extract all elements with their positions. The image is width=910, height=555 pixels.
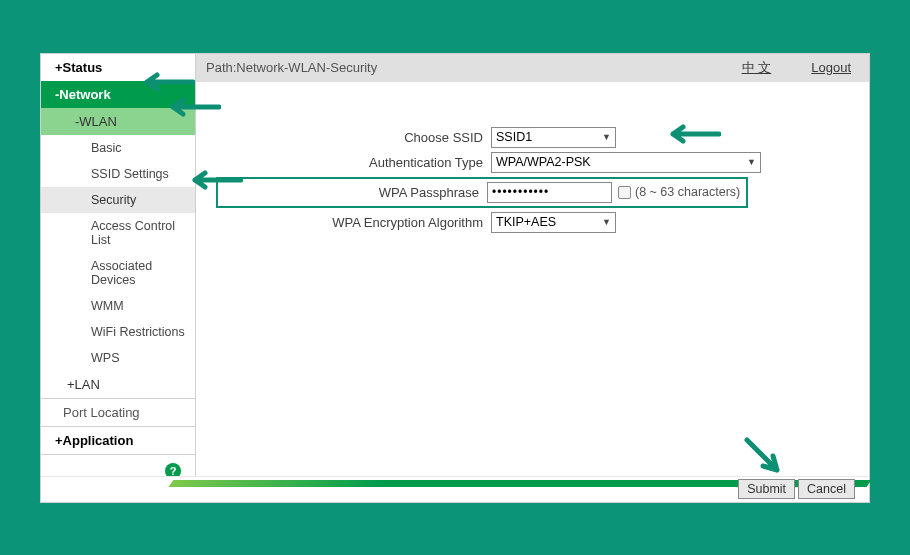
sidebar-item-application[interactable]: +Application: [41, 427, 195, 454]
submit-button[interactable]: Submit: [738, 479, 795, 499]
sidebar-item-wmm[interactable]: WMM: [41, 293, 195, 319]
breadcrumb-bar: Path:Network-WLAN-Security 中 文 Logout: [196, 54, 869, 82]
sidebar-item-lan[interactable]: +LAN: [41, 371, 195, 398]
sidebar-item-wps[interactable]: WPS: [41, 345, 195, 371]
sidebar-item-assoc-devices[interactable]: Associated Devices: [41, 253, 195, 293]
auth-type-select[interactable]: WPA/WPA2-PSK: [491, 152, 761, 173]
show-passphrase-checkbox[interactable]: [618, 186, 631, 199]
sidebar-item-status[interactable]: +Status: [41, 54, 195, 81]
sidebar-item-acl[interactable]: Access Control List: [41, 213, 195, 253]
footer-bar: Submit Cancel: [41, 476, 869, 502]
sidebar-item-network[interactable]: -Network: [41, 81, 195, 108]
ssid-label: Choose SSID: [216, 130, 491, 145]
ssid-select[interactable]: SSID1: [491, 127, 616, 148]
sidebar: +Status -Network -WLAN Basic SSID Settin…: [41, 54, 196, 476]
sidebar-item-security[interactable]: Security: [41, 187, 195, 213]
help-icon[interactable]: ?: [165, 463, 181, 476]
passphrase-input[interactable]: [487, 182, 612, 203]
content-area: Path:Network-WLAN-Security 中 文 Logout Ch…: [196, 54, 869, 476]
auth-type-label: Authentication Type: [216, 155, 491, 170]
enc-algo-label: WPA Encryption Algorithm: [216, 215, 491, 230]
logout-link[interactable]: Logout: [811, 60, 851, 75]
security-form: Choose SSID SSID1 Authentication Type WP…: [196, 82, 869, 257]
language-link[interactable]: 中 文: [742, 59, 772, 77]
sidebar-item-port-locating[interactable]: Port Locating: [41, 399, 195, 426]
sidebar-item-wifi-restrictions[interactable]: WiFi Restrictions: [41, 319, 195, 345]
sidebar-item-basic[interactable]: Basic: [41, 135, 195, 161]
sidebar-item-wlan[interactable]: -WLAN: [41, 108, 195, 135]
breadcrumb-path: Path:Network-WLAN-Security: [206, 60, 702, 75]
enc-algo-select[interactable]: TKIP+AES: [491, 212, 616, 233]
cancel-button[interactable]: Cancel: [798, 479, 855, 499]
sidebar-item-ssid-settings[interactable]: SSID Settings: [41, 161, 195, 187]
passphrase-hint: (8 ~ 63 characters): [635, 185, 740, 199]
passphrase-label: WPA Passphrase: [218, 185, 487, 200]
passphrase-highlight: WPA Passphrase (8 ~ 63 characters): [216, 177, 748, 208]
